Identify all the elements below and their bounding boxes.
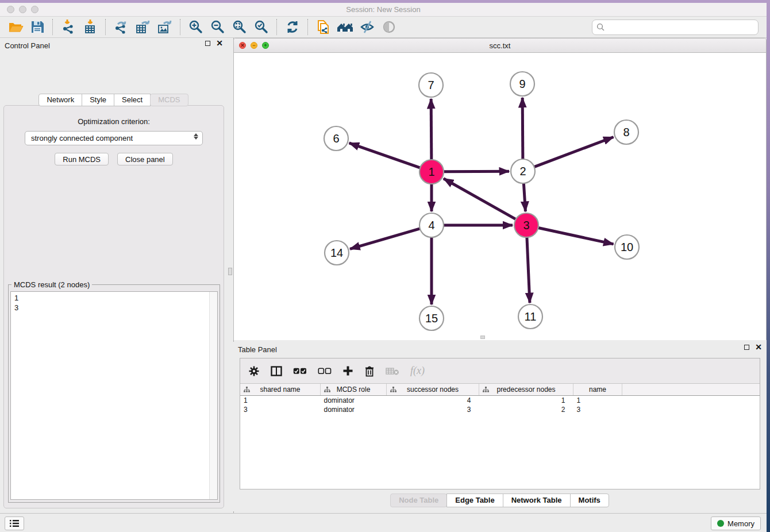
clone-network-button[interactable]	[313, 18, 334, 36]
run-mcds-button[interactable]: Run MCDS	[55, 153, 109, 165]
graph-node-1[interactable]: 1	[419, 160, 444, 184]
float-table-panel-icon[interactable]	[744, 345, 749, 350]
network-canvas[interactable]: 7968124314101511	[234, 53, 766, 340]
table-cell[interactable]: 1	[240, 396, 321, 406]
graph-node-4[interactable]: 4	[419, 213, 444, 237]
control-tab-mcds[interactable]: MCDS	[150, 94, 188, 106]
edge-1-7[interactable]	[431, 99, 432, 160]
import-network-button[interactable]	[57, 18, 79, 36]
browser-home-button[interactable]	[334, 18, 356, 36]
table-tab-motifs[interactable]: Motifs	[570, 494, 609, 507]
edge-1-2[interactable]	[443, 171, 509, 172]
table-cell[interactable]: 3	[573, 405, 622, 414]
column-header-MCDS-role[interactable]: MCDS role	[321, 384, 387, 396]
edge-3-11[interactable]	[527, 237, 530, 303]
splitter-handle[interactable]	[228, 268, 232, 275]
close-panel-icon[interactable]: ✕	[216, 41, 223, 46]
graph-node-8[interactable]: 8	[614, 120, 638, 144]
graph-node-6[interactable]: 6	[324, 126, 348, 151]
float-panel-icon[interactable]	[205, 41, 210, 46]
graph-node-15[interactable]: 15	[419, 306, 444, 330]
graph-node-9[interactable]: 9	[510, 72, 534, 96]
unchecked-boxes-icon	[318, 368, 332, 375]
memory-button[interactable]: Memory	[711, 516, 761, 530]
criterion-dropdown[interactable]: strongly connected component	[25, 131, 203, 145]
table-cell[interactable]: 2	[479, 405, 573, 414]
control-tab-style[interactable]: Style	[82, 94, 114, 106]
deselect-all-rows-button[interactable]	[318, 368, 332, 375]
column-header-successor-nodes[interactable]: successor nodes	[387, 384, 479, 396]
table-row[interactable]: 3dominator323	[240, 405, 760, 414]
delete-table-button[interactable]	[386, 367, 399, 376]
result-scrollbar[interactable]	[209, 292, 217, 499]
control-tab-select[interactable]: Select	[114, 94, 151, 106]
zoom-selected-button[interactable]	[251, 18, 272, 36]
edge-3-1[interactable]	[444, 179, 517, 219]
save-session-button[interactable]	[26, 18, 48, 36]
table-cell[interactable]: 4	[387, 396, 479, 406]
task-history-button[interactable]	[5, 516, 24, 530]
table-cell[interactable]: 1	[573, 396, 622, 406]
graph-node-11[interactable]: 11	[518, 304, 542, 329]
export-image-button[interactable]	[154, 18, 176, 36]
network-window-titlebar: ✕ − + scc.txt	[234, 38, 766, 53]
open-file-button[interactable]	[5, 18, 26, 36]
table-cell[interactable]: 3	[387, 405, 479, 414]
close-table-panel-icon[interactable]: ✕	[755, 345, 762, 350]
zoom-out-button[interactable]	[207, 18, 229, 36]
edge-1-6[interactable]	[349, 143, 421, 168]
import-table-button[interactable]	[79, 18, 101, 36]
mcds-result-title: MCDS result (2 nodes)	[11, 280, 92, 289]
table-mode-gear-button[interactable]	[248, 365, 260, 377]
mcds-result-textarea[interactable]: 13	[10, 291, 218, 500]
table-tab-network-table[interactable]: Network Table	[503, 494, 571, 507]
desktop-background-right	[767, 0, 770, 532]
select-all-rows-button[interactable]	[293, 368, 307, 375]
export-table-button[interactable]	[132, 18, 154, 36]
table-row[interactable]: 1dominator411	[240, 396, 760, 406]
close-panel-button[interactable]: Close panel	[117, 153, 173, 165]
table-tab-edge-table[interactable]: Edge Table	[446, 494, 503, 507]
network-minimize-button[interactable]: −	[251, 42, 257, 49]
add-column-button[interactable]	[342, 365, 353, 376]
column-header-name[interactable]: name	[573, 384, 622, 396]
table-tab-node-table[interactable]: Node Table	[390, 494, 447, 507]
show-details-eye-button[interactable]	[378, 18, 400, 36]
edge-2-3[interactable]	[523, 183, 525, 211]
node-label: 1	[428, 165, 434, 178]
export-network-button[interactable]	[110, 18, 132, 36]
table-cell[interactable]: dominator	[321, 405, 387, 414]
column-header-shared-name[interactable]: shared name	[240, 384, 321, 396]
network-close-button[interactable]: ✕	[239, 42, 246, 49]
graph-node-14[interactable]: 14	[325, 241, 349, 265]
zoom-in-button[interactable]	[185, 18, 207, 36]
node-label: 7	[428, 79, 434, 91]
table-panel-title: Table Panel	[238, 345, 277, 354]
criterion-dropdown-value: strongly connected component	[31, 134, 133, 142]
eye-disabled-icon	[382, 20, 396, 34]
network-resize-handle[interactable]	[480, 336, 485, 339]
search-input[interactable]	[605, 23, 758, 32]
table-cell[interactable]: 1	[479, 396, 573, 406]
graph-node-2[interactable]: 2	[511, 159, 535, 183]
delete-columns-button[interactable]	[364, 365, 375, 377]
split-table-view-button[interactable]	[271, 366, 282, 376]
table-cell[interactable]: 3	[240, 405, 321, 414]
column-header-predecessor-nodes[interactable]: predecessor nodes	[479, 384, 573, 396]
function-builder-button[interactable]: f(x)	[410, 365, 425, 377]
graph-node-10[interactable]: 10	[615, 235, 639, 259]
hide-graphics-details-button[interactable]	[356, 18, 378, 36]
network-maximize-button[interactable]: +	[262, 42, 269, 49]
apply-layout-button[interactable]	[282, 18, 303, 36]
edge-2-8[interactable]	[534, 137, 614, 167]
network-graph[interactable]: 7968124314101511	[234, 53, 766, 340]
node-label: 10	[621, 241, 633, 253]
zoom-fit-content-button[interactable]	[229, 18, 251, 36]
edge-2-9[interactable]	[522, 98, 523, 160]
graph-node-3[interactable]: 3	[514, 213, 538, 237]
control-tab-network[interactable]: Network	[38, 94, 82, 106]
graph-node-7[interactable]: 7	[419, 73, 443, 97]
edge-3-10[interactable]	[538, 228, 614, 244]
edge-4-14[interactable]	[350, 229, 421, 249]
table-cell[interactable]: dominator	[321, 396, 387, 406]
